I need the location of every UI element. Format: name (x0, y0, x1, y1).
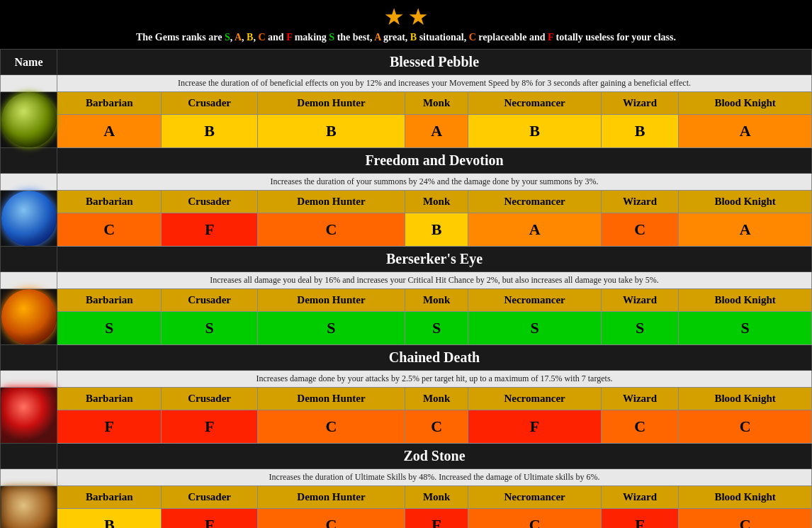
class-header-2-2: Demon Hunter (257, 289, 405, 312)
rank-cell-0-0: A (57, 115, 162, 148)
desc-row-2: Increases all damage you deal by 16% and… (1, 272, 812, 289)
gem-name-3: Chained Death (57, 345, 812, 371)
empty-name-col-2 (1, 247, 57, 272)
class-header-4-2: Demon Hunter (257, 486, 405, 509)
class-header-1-3: Monk (405, 191, 468, 213)
main-table: NameBlessed PebbleIncrease the duration … (0, 49, 812, 528)
class-img-row-1: BarbarianCrusaderDemon HunterMonkNecroma… (1, 191, 812, 213)
top-header-row: NameBlessed Pebble (1, 50, 812, 75)
gem-name-row-3: Chained Death (1, 345, 812, 371)
class-header-2-4: Necromancer (468, 289, 602, 312)
class-header-4-6: Blood Knight (679, 486, 812, 509)
rank-cell-0-2: B (257, 115, 405, 148)
gem-image-3 (1, 388, 57, 444)
rank-row-0: ABBABBA (1, 115, 812, 148)
rank-row-4: BFCFCFC (1, 509, 812, 528)
class-header-2-3: Monk (405, 289, 468, 312)
rank-cell-0-5: B (602, 115, 679, 148)
class-header-4-4: Necromancer (468, 486, 602, 509)
gem-name-row-2: Berserker's Eye (1, 247, 812, 272)
rank-cell-1-6: A (679, 213, 812, 247)
class-img-row-4: BarbarianCrusaderDemon HunterMonkNecroma… (1, 486, 812, 509)
rank-cell-3-6: C (679, 410, 812, 444)
rank-cell-4-3: F (405, 509, 468, 528)
class-header-1-0: Barbarian (57, 191, 162, 213)
rank-cell-3-4: F (468, 410, 602, 444)
class-header-3-3: Monk (405, 388, 468, 410)
class-header-2-0: Barbarian (57, 289, 162, 312)
class-header-1-5: Wizard (602, 191, 679, 213)
rank-cell-2-5: S (602, 312, 679, 345)
desc-row-4: Increases the duration of Ultimate Skill… (1, 469, 812, 486)
rank-cell-1-1: F (162, 213, 257, 247)
class-img-row-3: BarbarianCrusaderDemon HunterMonkNecroma… (1, 388, 812, 410)
rank-cell-3-3: C (405, 410, 468, 444)
gem-desc-1: Increases the duration of your summons b… (57, 174, 812, 191)
gem-name-0: Blessed Pebble (57, 50, 812, 75)
rank-cell-0-3: A (405, 115, 468, 148)
empty-desc-1 (1, 174, 57, 191)
empty-desc-4 (1, 469, 57, 486)
class-header-1-4: Necromancer (468, 191, 602, 213)
page-header: ★ ★ The Gems ranks are S, A, B, C and F … (0, 0, 812, 49)
rank-row-2: SSSSSSS (1, 312, 812, 345)
empty-name-col-3 (1, 345, 57, 371)
rank-cell-1-0: C (57, 213, 162, 247)
star-right: ★ (409, 6, 427, 28)
class-header-4-0: Barbarian (57, 486, 162, 509)
rank-cell-0-6: A (679, 115, 812, 148)
class-header-1-1: Crusader (162, 191, 257, 213)
gem-image-4 (1, 486, 57, 529)
subtitle-text: The Gems ranks are S, A, B, C and F maki… (3, 29, 809, 46)
class-header-0-4: Necromancer (468, 92, 602, 115)
rank-cell-4-1: F (162, 509, 257, 528)
desc-row-1: Increases the duration of your summons b… (1, 174, 812, 191)
class-header-0-3: Monk (405, 92, 468, 115)
gem-image-2 (1, 289, 57, 345)
rank-cell-3-2: C (257, 410, 405, 444)
class-header-0-1: Crusader (162, 92, 257, 115)
rank-cell-1-2: C (257, 213, 405, 247)
class-header-3-2: Demon Hunter (257, 388, 405, 410)
class-header-2-1: Crusader (162, 289, 257, 312)
class-header-1-6: Blood Knight (679, 191, 812, 213)
empty-desc-2 (1, 272, 57, 289)
rank-row-3: FFCCFCC (1, 410, 812, 444)
class-img-row-2: BarbarianCrusaderDemon HunterMonkNecroma… (1, 289, 812, 312)
class-header-3-4: Necromancer (468, 388, 602, 410)
gem-image-1 (1, 191, 57, 247)
class-header-2-5: Wizard (602, 289, 679, 312)
gem-name-1: Freedom and Devotion (57, 148, 812, 174)
rank-cell-4-0: B (57, 509, 162, 528)
gem-name-2: Berserker's Eye (57, 247, 812, 272)
name-col-label: Name (1, 50, 57, 75)
desc-row-3: Increases damage done by your attacks by… (1, 371, 812, 388)
rank-cell-4-5: F (602, 509, 679, 528)
rank-cell-4-6: C (679, 509, 812, 528)
class-header-4-1: Crusader (162, 486, 257, 509)
empty-desc-3 (1, 371, 57, 388)
gem-desc-2: Increases all damage you deal by 16% and… (57, 272, 812, 289)
rank-cell-0-4: B (468, 115, 602, 148)
rank-cell-4-4: C (468, 509, 602, 528)
gem-image-0 (1, 92, 57, 148)
empty-name-col-4 (1, 444, 57, 469)
rank-cell-2-2: S (257, 312, 405, 345)
class-header-4-5: Wizard (602, 486, 679, 509)
rank-cell-2-6: S (679, 312, 812, 345)
rank-row-1: CFCBACA (1, 213, 812, 247)
page-title: ★ ★ (3, 6, 809, 29)
rank-cell-3-5: C (602, 410, 679, 444)
class-header-4-3: Monk (405, 486, 468, 509)
class-header-0-2: Demon Hunter (257, 92, 405, 115)
gem-name-4: Zod Stone (57, 444, 812, 469)
rank-cell-3-1: F (162, 410, 257, 444)
rank-cell-3-0: F (57, 410, 162, 444)
desc-row-0: Increase the duration of of beneficial e… (1, 75, 812, 92)
empty-name-col-1 (1, 148, 57, 174)
gem-name-row-1: Freedom and Devotion (1, 148, 812, 174)
class-img-row-0: BarbarianCrusaderDemon HunterMonkNecroma… (1, 92, 812, 115)
gem-name-row-4: Zod Stone (1, 444, 812, 469)
star-left: ★ (385, 6, 409, 28)
rank-cell-2-1: S (162, 312, 257, 345)
